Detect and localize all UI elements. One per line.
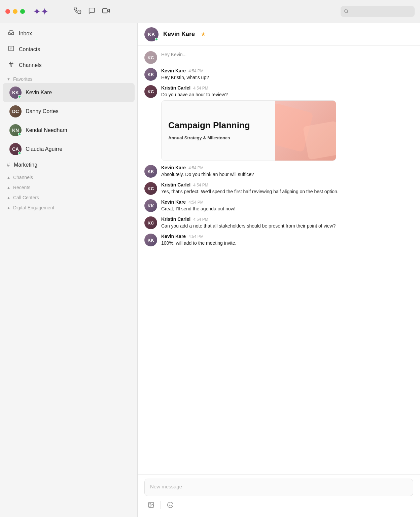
kendal-needham-avatar-wrap: KN	[9, 124, 22, 136]
message-time: 4:54 PM	[193, 217, 208, 222]
message-icon[interactable]	[88, 7, 96, 16]
campaign-card-text: Campaign Planning Annual Strategy & Mile…	[162, 101, 275, 161]
kendal-needham-name: Kendal Needham	[26, 127, 67, 133]
status-dot-online	[18, 95, 21, 98]
maximize-button[interactable]	[20, 9, 25, 14]
recents-section-header[interactable]: ▲ Recents	[0, 181, 137, 192]
hash-icon	[8, 61, 14, 69]
message-time: 4:54 PM	[188, 69, 204, 73]
message-sender: Kristin Carlel	[161, 85, 190, 91]
digital-engagement-label: Digital Engagement	[13, 205, 54, 210]
message-sender: Kevin Kare	[161, 165, 186, 170]
message-content: Kristin Carlel 4:54 PM Yes, that's perfe…	[161, 182, 413, 195]
avatar: KK	[144, 234, 157, 246]
contacts-icon	[8, 45, 14, 53]
message-time: 4:54 PM	[188, 166, 204, 170]
danny-cortes-name: Danny Cortes	[26, 108, 59, 114]
inbox-icon	[8, 30, 14, 37]
message-content: Hey Kevin...	[161, 51, 413, 64]
sidebar-item-danny-cortes[interactable]: DC Danny Cortes	[3, 102, 135, 121]
avatar: KK	[144, 68, 157, 81]
campaign-card[interactable]: Campaign Planning Annual Strategy & Mile…	[161, 100, 336, 161]
avatar: DC	[9, 105, 22, 117]
message-time: 4:54 PM	[193, 183, 208, 187]
messages-list: KC Hey Kevin... KK Kevin Kare 4:54 PM He…	[138, 46, 420, 474]
message-header: Kevin Kare 4:54 PM	[161, 68, 413, 73]
phone-icon[interactable]	[74, 7, 81, 16]
avatar: KC	[144, 51, 157, 64]
message-content: Kevin Kare 4:54 PM Hey Kristin, what's u…	[161, 68, 413, 81]
status-dot-online	[155, 38, 158, 41]
message-content: Kevin Kare 4:54 PM Great, I'll send the …	[161, 199, 413, 212]
message-header: Kevin Kare 4:54 PM	[161, 234, 413, 239]
svg-point-2	[345, 9, 348, 12]
message-text: Absolutely. Do you think an hour will su…	[161, 171, 413, 178]
svg-point-10	[150, 504, 151, 505]
message-time: 4:54 PM	[193, 86, 208, 91]
message-input-area: New message	[138, 474, 420, 517]
sidebar-item-claudia-aguirre[interactable]: CA Claudia Aguirre	[3, 140, 135, 159]
call-centers-section-header[interactable]: ▲ Call Centers	[0, 192, 137, 202]
search-bar[interactable]	[341, 6, 415, 17]
chevron-up-icon: ▲	[7, 206, 10, 210]
avatar: KK	[144, 165, 157, 178]
channels-label: Channels	[19, 62, 42, 68]
message-input-tools	[144, 499, 413, 510]
svg-rect-1	[103, 8, 107, 13]
emoji-button[interactable]	[165, 499, 176, 510]
channels-section-header[interactable]: ▲ Channels	[0, 171, 137, 181]
message-sender: Kristin Carlel	[161, 182, 190, 187]
chevron-up-icon: ▲	[7, 185, 10, 189]
sidebar-item-inbox[interactable]: Inbox	[0, 26, 137, 41]
inbox-label: Inbox	[19, 31, 32, 37]
svg-marker-0	[107, 9, 109, 12]
message-row: KK Kevin Kare 4:54 PM Hey Kristin, what'…	[144, 68, 413, 81]
campaign-card-image	[275, 101, 336, 161]
titlebar-actions	[74, 7, 110, 16]
svg-line-3	[347, 12, 348, 13]
message-row: KK Kevin Kare 4:54 PM Absolutely. Do you…	[144, 165, 413, 178]
contacts-label: Contacts	[19, 46, 40, 53]
message-content: Kristin Carlel 4:54 PM Can you add a not…	[161, 216, 413, 230]
video-icon[interactable]	[102, 7, 110, 16]
recents-label: Recents	[13, 185, 30, 190]
sidebar-item-contacts[interactable]: Contacts	[0, 41, 137, 57]
campaign-card-subtitle: Annual Strategy & Milestones	[168, 135, 269, 141]
message-header: Kevin Kare 4:54 PM	[161, 165, 413, 170]
avatar: KC	[144, 182, 157, 195]
avatar: KC	[144, 216, 157, 229]
message-text: 100%, will add to the meeting invite.	[161, 240, 413, 247]
message-input[interactable]: New message	[144, 479, 413, 496]
chat-header: KK Kevin Kare ★	[138, 23, 420, 46]
minimize-button[interactable]	[13, 9, 18, 14]
message-sender: Kevin Kare	[161, 68, 186, 73]
chevron-up-icon: ▲	[7, 196, 10, 200]
sidebar-item-kendal-needham[interactable]: KN Kendal Needham	[3, 121, 135, 140]
message-text: Can you add a note that all stakeholders…	[161, 222, 413, 230]
sidebar-item-kevin-kare[interactable]: KK Kevin Kare	[3, 83, 135, 102]
sidebar-item-channels[interactable]: Channels	[0, 57, 137, 73]
channels-section-label: Channels	[13, 175, 33, 180]
status-dot-online	[18, 133, 21, 136]
message-row: KC Kristin Carlel 4:54 PM Yes, that's pe…	[144, 182, 413, 195]
image-attachment-button[interactable]	[146, 499, 156, 510]
titlebar: ✦✦	[0, 0, 420, 23]
message-text: Hey Kevin...	[161, 52, 186, 57]
kevin-kare-avatar-wrap: KK	[9, 87, 22, 99]
favorites-section-header[interactable]: ▼ Favorites	[0, 73, 137, 83]
message-row: KC Kristin Carlel 4:54 PM Can you add a …	[144, 216, 413, 230]
claudia-aguirre-avatar-wrap: CA	[9, 143, 22, 155]
message-row: KC Hey Kevin...	[144, 51, 413, 64]
digital-engagement-section-header[interactable]: ▲ Digital Engagement	[0, 202, 137, 212]
message-time: 4:54 PM	[188, 234, 204, 239]
message-input-placeholder: New message	[150, 484, 182, 489]
sidebar-item-marketing[interactable]: # Marketing	[0, 159, 137, 171]
svg-point-11	[168, 502, 173, 508]
message-time: 4:54 PM	[188, 200, 204, 205]
marketing-label: Marketing	[14, 162, 37, 168]
chevron-down-icon: ▼	[7, 77, 10, 81]
campaign-card-title: Campaign Planning	[168, 120, 269, 131]
svg-rect-4	[9, 46, 14, 51]
close-button[interactable]	[5, 9, 10, 14]
hash-icon: #	[7, 162, 10, 168]
